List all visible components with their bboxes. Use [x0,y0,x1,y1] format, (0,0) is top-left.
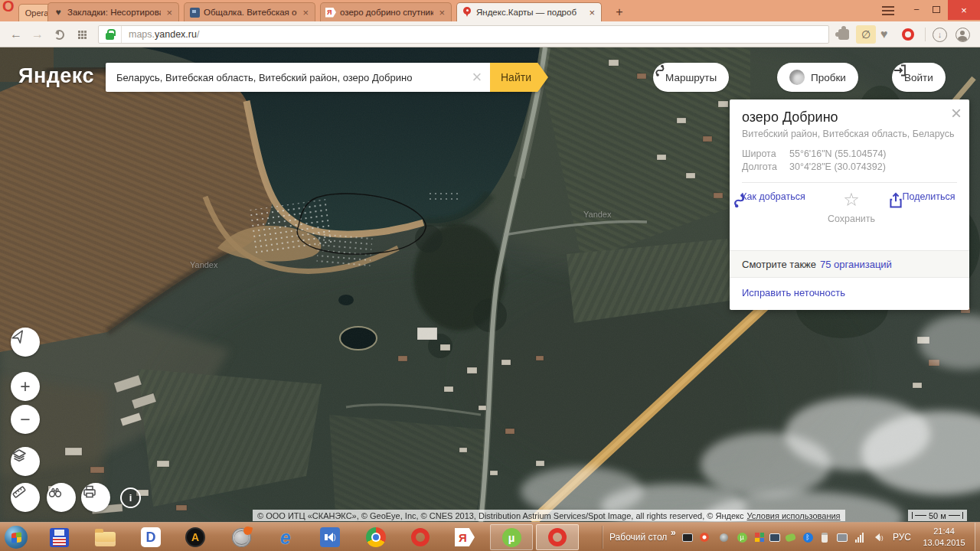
tray-display-app[interactable] [681,531,694,543]
tab-close-icon[interactable]: × [165,8,174,18]
taskbar-download-master[interactable] [230,526,253,549]
zoom-out-button[interactable]: − [11,405,40,434]
bluetooth-icon: ᛒ [803,533,813,543]
blocker-button[interactable]: ∅ [856,25,876,44]
speed-dial-button[interactable] [72,21,92,47]
tray-status[interactable] [717,531,730,543]
map-info-button[interactable]: i [120,487,141,508]
heart-favicon: ♥ [53,7,64,18]
tray-utorrent[interactable]: µ [736,531,748,543]
traffic-button[interactable]: Пробки [777,63,858,92]
locate-me-button[interactable] [11,328,40,357]
gray-dot-icon [720,533,728,542]
taskbar-chrome[interactable] [364,526,387,549]
opera-logo-icon[interactable]: O [2,0,15,15]
window-maximize-button[interactable] [926,0,946,18]
print-button[interactable] [81,483,110,512]
opera-turbo-button[interactable] [902,25,914,44]
tab-close-icon[interactable]: × [437,8,446,18]
panorama-search-button[interactable] [47,483,76,512]
terms-of-use-link[interactable]: Условия использования [746,511,840,520]
taskbar-internet-explorer[interactable]: e [274,526,297,549]
tab-obshchalka[interactable]: Общалка. Витебская обл × [184,2,315,21]
toolbar-divider [925,28,926,41]
taskbar-aimp[interactable]: A [184,526,207,549]
forward-button[interactable]: → [28,21,47,47]
start-button[interactable] [5,526,28,549]
reload-icon [54,30,64,40]
yandex-logo[interactable]: Яндекс [18,64,94,88]
share-label: Поделиться [902,191,955,202]
downloads-button[interactable]: ↓ [933,25,947,44]
organizations-link[interactable]: 75 организаций [820,259,892,270]
tab-title: озеро добрино спутник [340,8,433,17]
taskbar-utorrent-window[interactable]: µ [490,524,533,550]
tray-screen[interactable] [836,531,848,543]
zoom-in-button[interactable]: + [11,372,40,401]
tab-search[interactable]: Я озеро добрино спутник × [320,2,452,21]
block-icon: ∅ [856,25,876,44]
layers-button[interactable] [11,447,40,476]
reload-button[interactable] [49,21,69,47]
tab-title: Закладки: Несортирован [67,8,161,17]
language-indicator[interactable]: РУС [893,532,911,543]
extensions-button[interactable] [838,25,849,44]
share-icon [887,191,905,210]
login-button[interactable]: Войти [892,63,946,92]
desktop-toolbar-label[interactable]: Рабочий стол [609,532,667,543]
get-directions-button[interactable]: Как добраться [731,191,815,202]
tab-yandex-maps[interactable]: Яндекс.Карты — подроб × [456,2,602,21]
heart-icon: ♥ [880,28,888,41]
new-tab-button[interactable]: + [611,5,628,20]
ruler-button[interactable] [11,483,40,512]
clear-search-icon[interactable]: × [464,69,490,86]
tray-bluetooth[interactable]: ᛒ [802,531,814,543]
search-input[interactable]: Беларусь, Витебская область, Витебский р… [106,63,490,92]
window-close-button[interactable]: × [948,0,980,20]
tab-menu-icon[interactable] [882,6,894,15]
tray-recorder[interactable] [698,531,710,543]
search-button[interactable]: Найти [490,63,548,92]
routes-button[interactable]: Маршруты [653,63,729,92]
tray-network[interactable] [853,531,865,543]
save-place-button[interactable]: ☆ Сохранить [809,191,893,224]
tab-bookmarks[interactable]: ♥ Закладки: Несортирован × [47,2,179,21]
taskbar-yandex-browser[interactable]: Я [453,526,476,549]
tray-green-app[interactable] [784,531,796,543]
folder-icon [95,532,116,546]
taskbar-explorer[interactable] [93,526,116,549]
map-watermark: Yandex [190,260,218,269]
fix-inaccuracy-link[interactable]: Исправить неточность [742,287,845,298]
toolbar-chevron[interactable]: » [671,527,676,538]
taskbar-player[interactable]: D [139,526,162,549]
panel-close-icon[interactable]: × [951,104,962,122]
tray-color-app[interactable] [753,531,766,543]
latitude-row: Широта 55°6'16"N (55.104574) [742,148,887,159]
tab-close-icon[interactable]: × [301,8,310,18]
address-bar[interactable]: maps.yandex.ru/ [98,25,829,44]
taskbar-save-app[interactable] [47,526,70,549]
taskbar-volume-app[interactable]: ) [318,526,341,549]
back-button[interactable]: ← [6,21,26,47]
login-icon [892,63,907,78]
profile-button[interactable] [956,25,970,44]
bookmark-button[interactable]: ♥ [880,25,888,44]
show-desktop-button[interactable] [975,523,980,551]
tray-power[interactable] [818,531,831,543]
map-pin-favicon [462,7,472,18]
share-button[interactable]: Поделиться [887,191,971,202]
tray-display2[interactable] [769,531,781,543]
clock[interactable]: 21:44 13.04.2015 [917,526,971,549]
window-minimize-button[interactable]: − [906,0,926,18]
tray-volume[interactable]: )) [871,531,884,543]
tab-close-icon[interactable]: × [587,8,596,18]
place-subtitle: Витебский район, Витебская область, Бела… [742,129,954,139]
person-icon [956,28,970,42]
browser-toolbar: ← → maps.yandex.ru/ ∅ ♥ ↓ [0,21,980,47]
forum-favicon [190,8,200,18]
traffic-light-icon [789,70,805,85]
latitude-label: Широта [742,148,789,159]
map-viewport: Yandex Yandex Яндекс Беларусь, Витебская… [0,47,980,522]
taskbar-opera-active-window[interactable] [536,524,579,550]
taskbar-opera[interactable] [409,526,432,549]
